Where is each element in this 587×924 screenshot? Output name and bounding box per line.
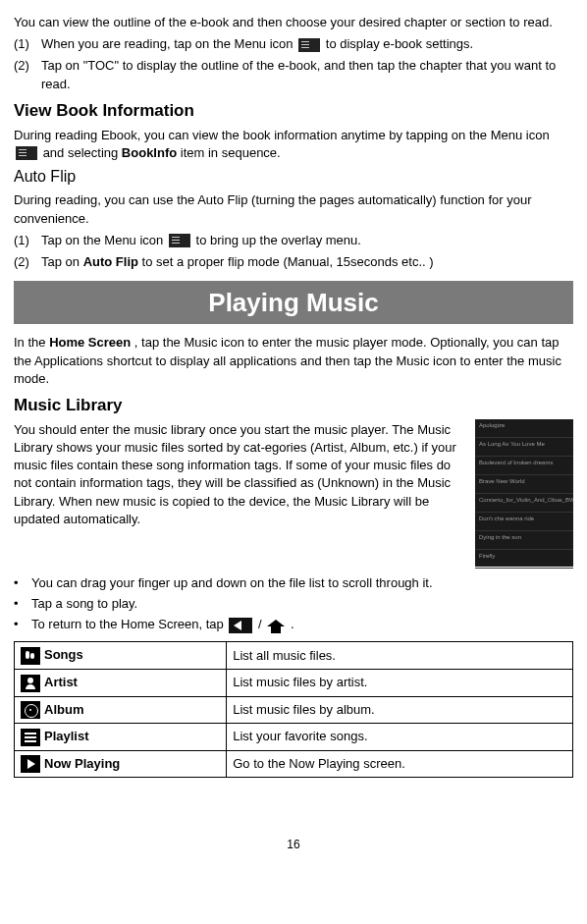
text: to set a proper flip mode (Manual, 15sec… [142, 254, 434, 269]
autoflip-heading: Auto Flip [14, 166, 573, 188]
bullet-text: To return to the Home Screen, tap / . [31, 616, 294, 633]
table-label-cell: Artist [15, 669, 227, 696]
table-desc-cell: List all music files. [227, 642, 573, 670]
table-label-cell: Songs [15, 642, 227, 670]
bookinfo-bold: BookInfo [122, 145, 177, 160]
library-row: Don't cha wanna ride [475, 513, 573, 531]
table-row: AlbumList music files by album. [15, 696, 573, 724]
table-desc-cell: Go to the Now Playing screen. [227, 750, 573, 778]
outline-intro: You can view the outline of the e-book a… [14, 14, 573, 31]
text: to bring up the overlay menu. [196, 233, 361, 247]
music-library-heading: Music Library [14, 394, 573, 417]
ebook-step-2: (2) Tap on "TOC" to display the outline … [14, 57, 573, 92]
table-label: Playlist [44, 729, 89, 743]
text: Tap on [41, 254, 83, 269]
table-label-cell: Album [15, 696, 227, 724]
table-row: SongsList all music files. [15, 642, 573, 670]
table-desc-cell: List music files by album. [227, 696, 573, 724]
bullet-dot: • [14, 574, 31, 592]
autoflip-intro: During reading, you can use the Auto Fli… [14, 191, 573, 227]
bullet-1: • You can drag your finger up and down o… [14, 574, 573, 592]
view-book-heading: View Book Information [14, 99, 573, 123]
step-text: Tap on the Menu icon to bring up the ove… [41, 232, 573, 249]
table-desc-cell: List music files by artist. [227, 669, 573, 696]
playlist-icon [21, 729, 40, 746]
menu-icon [298, 38, 320, 52]
ebook-step-1: (1) When you are reading, tap on the Men… [14, 35, 573, 53]
step-text: Tap on Auto Flip to set a proper flip mo… [41, 253, 573, 271]
text: During reading Ebook, you can view the b… [14, 128, 550, 142]
text: to display e-book settings. [326, 36, 473, 51]
table-row: ArtistList music files by artist. [15, 669, 573, 696]
step-number: (2) [14, 57, 41, 92]
home-screen-bold: Home Screen [49, 335, 131, 350]
table-label-cell: Now Playing [15, 750, 227, 778]
text: . [291, 617, 294, 631]
songs-icon [21, 647, 40, 665]
library-row: Firefly [475, 550, 573, 569]
bullet-3: • To return to the Home Screen, tap / . [14, 616, 573, 633]
bullet-2: • Tap a song to play. [14, 595, 573, 613]
table-label: Album [44, 702, 83, 717]
text: item in sequence. [181, 145, 281, 160]
bullet-dot: • [14, 616, 31, 633]
playing-music-banner: Playing Music [14, 281, 573, 324]
step-text: Tap on "TOC" to display the outline of t… [41, 57, 573, 92]
library-row: Brave New World [475, 475, 573, 494]
menu-icon [16, 146, 37, 160]
step-text: When you are reading, tap on the Menu ic… [41, 35, 573, 53]
table-label: Songs [44, 647, 83, 662]
bullet-dot: • [14, 595, 31, 613]
table-row: Now PlayingGo to the Now Playing screen. [15, 750, 573, 778]
bullet-list: • You can drag your finger up and down o… [14, 574, 573, 634]
text: To return to the Home Screen, tap [31, 617, 227, 631]
table-desc-cell: List your favorite songs. [227, 724, 573, 751]
table-label: Artist [44, 675, 78, 689]
playing-intro: In the Home Screen , tap the Music icon … [14, 334, 573, 388]
page-number: 16 [14, 837, 573, 853]
artist-icon [21, 675, 40, 692]
step-number: (1) [14, 35, 41, 53]
table-label-cell: Playlist [15, 724, 227, 751]
table-label: Now Playing [44, 756, 120, 771]
text: / [258, 617, 265, 631]
library-row: Apologize [475, 419, 573, 438]
text: and selecting [43, 145, 122, 160]
bullet-text: Tap a song to play. [31, 595, 137, 613]
music-nav-table: SongsList all music files.ArtistList mus… [14, 641, 573, 778]
step-number: (1) [14, 232, 41, 249]
step-number: (2) [14, 253, 41, 271]
menu-icon [169, 234, 190, 247]
home-icon [267, 618, 285, 633]
table-row: PlaylistList your favorite songs. [15, 724, 573, 751]
library-row: Concerto_for_Violin_And_Oboe_BW [475, 494, 573, 513]
library-row: As Long As You Love Me [475, 438, 573, 457]
library-row: Boulevard of broken dreams [475, 457, 573, 475]
text: Tap on the Menu icon [41, 233, 167, 247]
now-icon [21, 755, 40, 773]
bullet-text: You can drag your finger up and down on … [31, 574, 433, 592]
autoflip-step-1: (1) Tap on the Menu icon to bring up the… [14, 232, 573, 249]
text: In the [14, 335, 49, 350]
autoflip-step-2: (2) Tap on Auto Flip to set a proper fli… [14, 253, 573, 271]
library-row: Dying in the sun [475, 531, 573, 550]
music-library-screenshot: ApologizeAs Long As You Love MeBoulevard… [475, 419, 573, 567]
view-book-body: During reading Ebook, you can view the b… [14, 127, 573, 162]
back-icon [229, 618, 252, 633]
album-icon [21, 701, 40, 719]
text: When you are reading, tap on the Menu ic… [41, 36, 296, 51]
autoflip-bold: Auto Flip [83, 254, 138, 269]
